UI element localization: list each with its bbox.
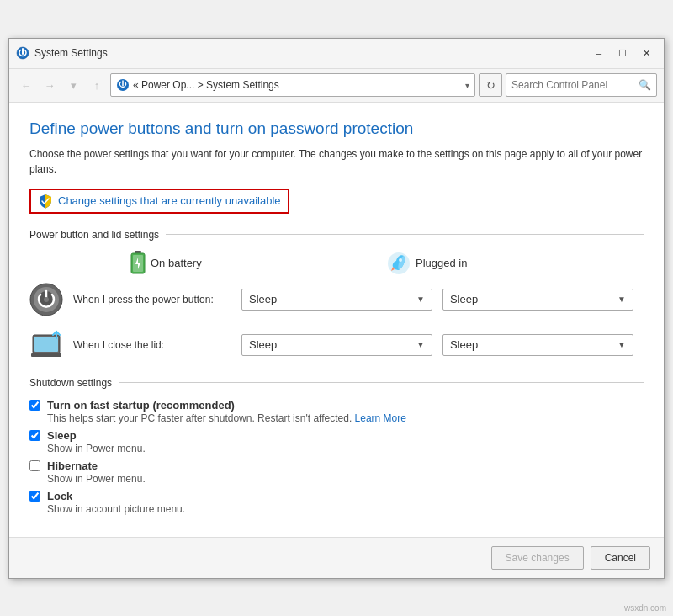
- power-button-battery-dropdown[interactable]: Sleep ▼: [241, 289, 432, 311]
- dropdown-button[interactable]: ▾: [63, 75, 83, 95]
- fast-startup-desc: This helps start your PC faster after sh…: [47, 412, 406, 424]
- sleep-row: Sleep Show in Power menu.: [29, 429, 644, 454]
- search-bar: 🔍: [506, 73, 657, 97]
- power-button-icon: [29, 283, 63, 316]
- shutdown-section-header: Shutdown settings: [29, 377, 644, 389]
- lid-plugged-value: Sleep: [450, 338, 478, 351]
- lid-battery-dropdown[interactable]: Sleep ▼: [241, 334, 432, 356]
- fast-startup-label[interactable]: Turn on fast startup (recommended): [47, 399, 406, 412]
- address-chevron[interactable]: ▾: [465, 81, 469, 90]
- hibernate-row: Hibernate Show in Power menu.: [29, 459, 644, 485]
- main-window: System Settings – ☐ ✕ ← → ▾ ↑ « Power Op…: [8, 38, 665, 579]
- svg-rect-13: [31, 353, 61, 357]
- title-bar: System Settings – ☐ ✕: [9, 39, 664, 69]
- cancel-button[interactable]: Cancel: [591, 546, 650, 570]
- sleep-label[interactable]: Sleep: [47, 429, 146, 442]
- svg-point-10: [44, 297, 49, 302]
- shutdown-section: Turn on fast startup (recommended) This …: [29, 399, 644, 515]
- power-button-battery-value: Sleep: [249, 293, 277, 305]
- power-button-plugged-value: Sleep: [450, 293, 478, 305]
- fast-startup-row: Turn on fast startup (recommended) This …: [29, 399, 644, 424]
- dropdown-arrow-1: ▼: [416, 295, 425, 304]
- plugged-column-header: Plugged in: [387, 252, 644, 275]
- save-changes-button[interactable]: Save changes: [491, 546, 584, 570]
- back-button[interactable]: ←: [16, 75, 36, 95]
- footer: Save changes Cancel: [9, 537, 664, 578]
- minimize-button[interactable]: –: [588, 45, 610, 61]
- nav-bar: ← → ▾ ↑ « Power Op... > System Settings …: [9, 69, 664, 103]
- lid-label: When I close the lid:: [73, 339, 241, 351]
- lid-icon: [29, 328, 63, 362]
- change-settings-text: Change settings that are currently unava…: [58, 194, 281, 207]
- address-bar-icon: [116, 78, 130, 92]
- dropdown-arrow-2: ▼: [617, 295, 626, 304]
- svg-point-6: [399, 258, 402, 262]
- column-headers: On battery Plugged in: [29, 251, 644, 276]
- battery-column-header: On battery: [130, 251, 387, 276]
- close-button[interactable]: ✕: [635, 45, 657, 61]
- content-area: Define power buttons and turn on passwor…: [9, 103, 664, 537]
- battery-icon: [130, 251, 146, 276]
- lid-row: When I close the lid: Sleep ▼ Sleep ▼: [29, 328, 644, 362]
- power-button-row: When I press the power button: Sleep ▼ S…: [29, 283, 644, 316]
- forward-button[interactable]: →: [40, 75, 60, 95]
- window-title: System Settings: [34, 47, 588, 59]
- hibernate-label[interactable]: Hibernate: [47, 459, 146, 472]
- search-icon: 🔍: [639, 79, 651, 91]
- dropdown-arrow-4: ▼: [617, 340, 626, 349]
- lid-plugged-dropdown[interactable]: Sleep ▼: [442, 334, 633, 356]
- lock-checkbox[interactable]: [29, 491, 40, 502]
- sleep-checkbox[interactable]: [29, 430, 40, 441]
- search-input[interactable]: [511, 79, 635, 91]
- power-button-section-header: Power button and lid settings: [29, 229, 644, 241]
- sleep-desc: Show in Power menu.: [47, 443, 146, 454]
- power-button-plugged-dropdown[interactable]: Sleep ▼: [442, 289, 633, 311]
- page-title: Define power buttons and turn on passwor…: [29, 119, 644, 138]
- watermark: wsxdn.com: [624, 603, 666, 613]
- title-bar-icon: [16, 46, 29, 60]
- lid-battery-value: Sleep: [249, 338, 277, 351]
- fast-startup-checkbox[interactable]: [29, 400, 40, 411]
- address-bar: « Power Op... > System Settings ▾: [110, 73, 475, 97]
- power-button-label: When I press the power button:: [73, 294, 241, 305]
- address-path: « Power Op... > System Settings: [133, 79, 462, 91]
- refresh-button[interactable]: ↻: [479, 73, 502, 97]
- hibernate-checkbox[interactable]: [29, 460, 40, 471]
- learn-more-link[interactable]: Learn More: [355, 412, 406, 424]
- window-controls: – ☐ ✕: [588, 45, 657, 61]
- lock-row: Lock Show in account picture menu.: [29, 490, 644, 515]
- dropdown-arrow-3: ▼: [416, 340, 425, 349]
- lock-label[interactable]: Lock: [47, 490, 185, 502]
- maximize-button[interactable]: ☐: [612, 45, 633, 61]
- page-description: Choose the power settings that you want …: [29, 146, 644, 177]
- lock-desc: Show in account picture menu.: [47, 503, 185, 515]
- up-button[interactable]: ↑: [87, 75, 107, 95]
- change-settings-link[interactable]: Change settings that are currently unava…: [29, 189, 289, 214]
- hibernate-desc: Show in Power menu.: [47, 473, 146, 485]
- battery-column-label: On battery: [151, 257, 202, 269]
- uac-shield-icon: [38, 194, 53, 209]
- svg-rect-12: [34, 337, 58, 352]
- plugged-icon: [387, 252, 411, 275]
- plugged-column-label: Plugged in: [416, 257, 467, 269]
